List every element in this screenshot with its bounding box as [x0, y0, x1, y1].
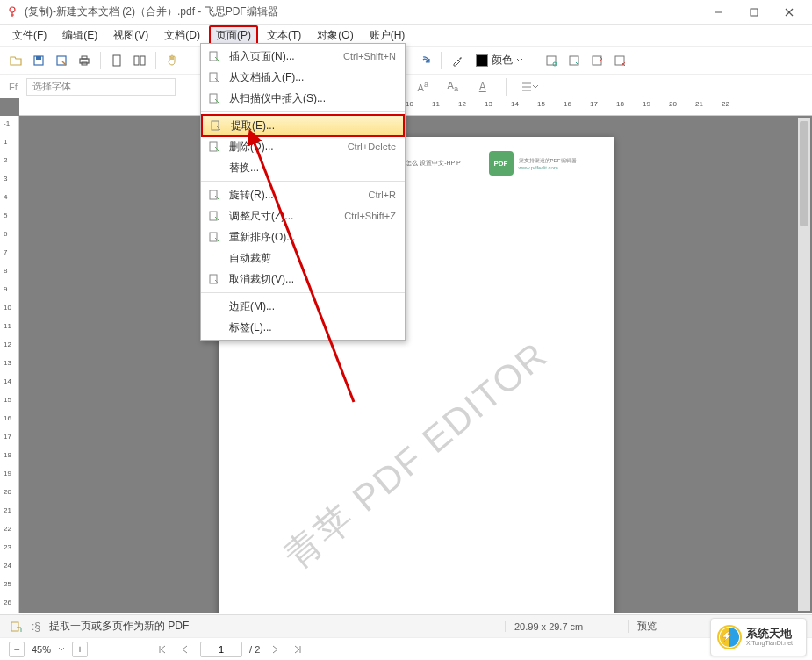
line-spacing-button[interactable]	[519, 76, 540, 97]
menu-item-label: 从文档插入(F)...	[229, 70, 389, 85]
print-button[interactable]	[74, 50, 95, 71]
reorder-icon	[206, 231, 222, 243]
tool-a-button[interactable]	[541, 50, 562, 71]
first-page-button[interactable]	[154, 642, 170, 657]
save-as-button[interactable]	[51, 50, 72, 71]
brand-url: XiTongTianDi.net	[746, 640, 793, 647]
chevron-down-icon	[516, 57, 523, 64]
canvas[interactable]: HP P1108 怎么 设置中文-HP P PDF 渠支持渠道的PDF编辑器 w…	[19, 116, 812, 613]
menu-edit[interactable]: 编辑(E)	[55, 25, 104, 46]
svg-rect-24	[210, 52, 217, 61]
page-header: HP P1108 怎么 设置中文-HP P PDF 渠支持渠道的PDF编辑器 w…	[377, 151, 598, 176]
preview-label[interactable]: 预览	[628, 620, 698, 633]
font-prefix-icon: Ff	[9, 82, 18, 92]
color-swatch-icon	[476, 54, 488, 67]
minimize-button[interactable]	[701, 0, 737, 25]
menu-item-label: 删除(D)...	[229, 140, 341, 154]
menu-item-插入页面N[interactable]: 插入页面(N)...Ctrl+Shift+N	[201, 46, 405, 67]
menu-item-删除D[interactable]: 删除(D)...Ctrl+Delete	[201, 136, 405, 157]
chevron-down-icon	[532, 83, 538, 90]
color-picker[interactable]: 颜色	[470, 50, 529, 71]
tool-d-button[interactable]	[609, 50, 630, 71]
main-toolbar: 颜色	[0, 46, 812, 74]
menu-item-label: 调整尺寸(Z)...	[229, 209, 337, 224]
menu-item-边距M[interactable]: 边距(M)...	[201, 296, 405, 317]
menu-item-替换[interactable]: 替换...	[201, 157, 405, 178]
menu-item-label: 提取(E)...	[231, 118, 387, 133]
hand-tool-button[interactable]	[162, 50, 183, 71]
next-page-button[interactable]	[267, 642, 283, 657]
svg-rect-31	[210, 233, 217, 241]
format-toolbar: Ff 选择字体 Aa Aa A	[0, 74, 812, 98]
svg-rect-27	[212, 121, 219, 130]
zoom-level[interactable]: 45%	[32, 644, 51, 655]
subscript-button[interactable]: Aa	[442, 76, 463, 97]
font-selector[interactable]: 选择字体	[26, 78, 176, 96]
zoom-out-button[interactable]: −	[9, 642, 25, 657]
menu-item-提取E[interactable]: 提取(E)...	[201, 114, 405, 137]
svg-rect-32	[210, 275, 217, 283]
insert-from-scanner-icon	[206, 92, 222, 104]
menu-item-重新排序O[interactable]: 重新排序(O)...	[201, 226, 405, 248]
vertical-scrollbar[interactable]	[798, 118, 810, 611]
underline-button[interactable]: A	[472, 76, 493, 97]
menu-item-label: 自动裁剪	[229, 251, 389, 266]
menu-item-调整尺寸Z[interactable]: 调整尺寸(Z)...Ctrl+Shift+Z	[201, 205, 405, 226]
page-header-sub: www.pdfedit.com	[519, 165, 598, 170]
menu-item-从文档插入F[interactable]: 从文档插入(F)...	[201, 67, 405, 88]
menu-view[interactable]: 视图(V)	[106, 25, 155, 46]
open-button[interactable]	[5, 50, 26, 71]
menu-item-从扫描仪中插[interactable]: 从扫描仪中插入(S)...	[201, 88, 405, 109]
delete-icon	[206, 140, 222, 153]
superscript-button[interactable]: Aa	[413, 76, 434, 97]
scrollbar-thumb[interactable]	[800, 121, 808, 226]
page-mode-button[interactable]	[106, 50, 127, 71]
brand-badge: 系统天地 XiTongTianDi.net	[710, 618, 807, 656]
menu-item-label: 标签(L)...	[229, 320, 389, 335]
menu-item-shortcut: Ctrl+Delete	[348, 141, 396, 152]
menu-item-取消裁切V[interactable]: 取消裁切(V)...	[201, 269, 405, 290]
insert-page-icon	[206, 50, 222, 62]
page-total: / 2	[249, 644, 260, 655]
svg-rect-2	[751, 9, 758, 16]
spread-mode-button[interactable]	[129, 50, 150, 71]
crop-cancel-icon	[206, 273, 222, 285]
eyedropper-button[interactable]	[447, 50, 468, 71]
chevron-down-icon[interactable]	[58, 646, 65, 653]
tool-b-button[interactable]	[564, 50, 585, 71]
extract-icon	[208, 119, 224, 132]
menu-item-自动裁剪[interactable]: 自动裁剪	[201, 248, 405, 269]
last-page-button[interactable]	[290, 642, 305, 657]
menu-item-label: 替换...	[229, 161, 389, 176]
page-number-input[interactable]	[200, 642, 242, 657]
prev-page-button[interactable]	[177, 642, 193, 657]
close-button[interactable]	[772, 0, 807, 25]
maximize-button[interactable]	[737, 0, 772, 25]
zoom-in-button[interactable]: +	[72, 642, 88, 657]
menu-item-label: 旋转(R)...	[229, 188, 362, 203]
status-bar: :§ 提取一页或多页作为新的 PDF 20.99 x 29.7 cm 预览	[0, 614, 812, 637]
menu-file[interactable]: 文件(F)	[5, 25, 54, 46]
vertical-ruler: -112345678910111213141516171819202122232…	[0, 116, 19, 613]
svg-rect-26	[210, 94, 217, 103]
page-menu-dropdown: 插入页面(N)...Ctrl+Shift+N从文档插入(F)...从扫描仪中插入…	[200, 43, 406, 341]
svg-rect-30	[210, 212, 217, 220]
svg-rect-17	[593, 56, 601, 65]
color-label: 颜色	[492, 53, 513, 68]
save-button[interactable]	[28, 50, 49, 71]
menu-item-label: 重新排序(O)...	[229, 230, 389, 245]
redo-button[interactable]	[414, 50, 435, 71]
svg-point-0	[10, 7, 15, 12]
tool-c-button[interactable]	[586, 50, 607, 71]
svg-rect-29	[210, 190, 217, 199]
menu-item-旋转R[interactable]: 旋转(R)...Ctrl+R	[201, 184, 405, 205]
menu-item-shortcut: Ctrl+R	[369, 190, 396, 200]
zoom-page-bar: − 45% + / 2	[0, 637, 812, 660]
menu-item-标签L[interactable]: 标签(L)...	[201, 317, 405, 338]
brand-logo-icon	[716, 624, 743, 650]
resize-icon	[206, 210, 222, 222]
menu-item-shortcut: Ctrl+Shift+Z	[344, 211, 396, 221]
svg-rect-34	[11, 622, 18, 631]
rotate-icon	[206, 189, 222, 201]
svg-rect-28	[210, 142, 217, 151]
